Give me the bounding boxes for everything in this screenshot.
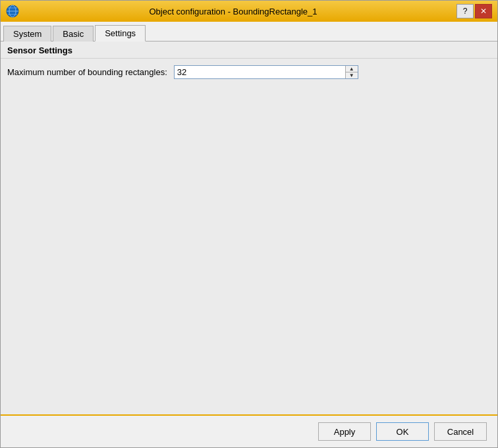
apply-button[interactable]: Apply bbox=[318, 422, 371, 441]
settings-content: Maximum number of bounding rectangles: ▲… bbox=[1, 59, 497, 243]
tab-bar: System Basic Settings bbox=[1, 22, 497, 42]
tab-settings[interactable]: Settings bbox=[95, 25, 146, 42]
help-button[interactable]: ? bbox=[456, 4, 474, 18]
window-title: Object configuration - BoundingRectangle… bbox=[23, 7, 443, 16]
spin-up-button[interactable]: ▲ bbox=[346, 66, 358, 72]
tab-system[interactable]: System bbox=[3, 26, 51, 42]
title-buttons: ? ✕ bbox=[456, 4, 492, 18]
main-window: Object configuration - BoundingRectangle… bbox=[0, 0, 498, 448]
app-icon bbox=[6, 5, 19, 18]
max-bounding-spinbox[interactable]: ▲ ▼ bbox=[174, 65, 358, 79]
content-area: Sensor Settings Maximum number of boundi… bbox=[1, 42, 497, 414]
cancel-button[interactable]: Cancel bbox=[434, 422, 487, 441]
spin-down-button[interactable]: ▼ bbox=[346, 72, 358, 78]
spinbox-buttons: ▲ ▼ bbox=[345, 66, 358, 78]
title-bar: Object configuration - BoundingRectangle… bbox=[1, 1, 497, 22]
max-bounding-input[interactable] bbox=[175, 66, 345, 78]
tab-basic[interactable]: Basic bbox=[53, 26, 94, 42]
bottom-bar: Apply OK Cancel bbox=[1, 414, 497, 447]
section-header: Sensor Settings bbox=[1, 42, 497, 59]
max-bounding-row: Maximum number of bounding rectangles: ▲… bbox=[7, 65, 491, 79]
close-button[interactable]: ✕ bbox=[475, 4, 492, 18]
max-bounding-label: Maximum number of bounding rectangles: bbox=[7, 67, 167, 77]
ok-button[interactable]: OK bbox=[376, 422, 429, 441]
main-body: null bbox=[1, 243, 497, 414]
